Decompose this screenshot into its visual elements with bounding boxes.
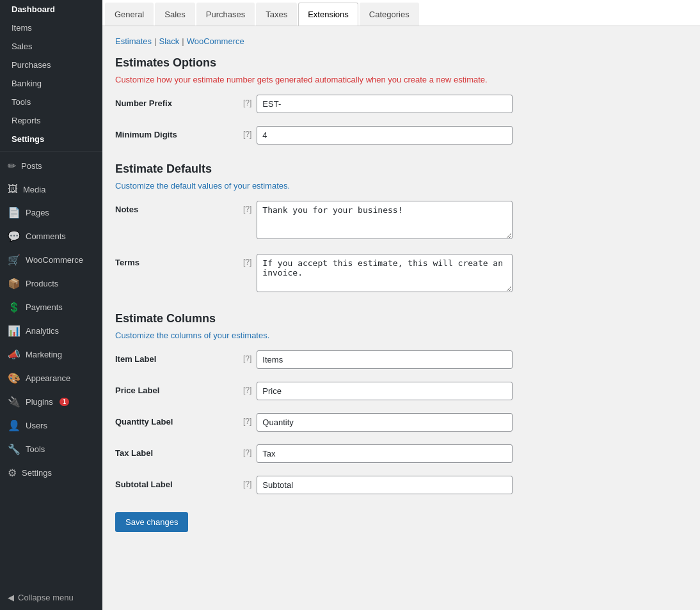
notes-label: Notes xyxy=(115,201,243,214)
number-prefix-help[interactable]: [?] xyxy=(243,95,251,107)
pages-icon: 📄 xyxy=(8,207,20,219)
products-icon: 📦 xyxy=(8,278,20,290)
tax-label-label: Tax Label xyxy=(115,444,243,458)
sidebar-item-posts[interactable]: ✏ Posts xyxy=(0,154,102,178)
sidebar-item-woocommerce[interactable]: 🛒 WooCommerce xyxy=(0,248,102,272)
subtotal-label-label: Subtotal Label xyxy=(115,476,243,489)
collapse-icon: ◀ xyxy=(8,593,14,602)
marketing-icon: 📣 xyxy=(8,348,20,361)
number-prefix-row: Number Prefix [?] xyxy=(115,95,687,113)
number-prefix-input[interactable] xyxy=(257,95,513,113)
tab-taxes[interactable]: Taxes xyxy=(256,3,297,26)
price-label-label: Price Label xyxy=(115,382,243,395)
posts-icon: ✏ xyxy=(8,160,16,172)
terms-help[interactable]: [?] xyxy=(243,254,251,267)
sidebar-item-users[interactable]: 👤 Users xyxy=(0,414,102,437)
minimum-digits-row: Minimum Digits [?] xyxy=(115,126,687,145)
collapse-label: Collapse menu xyxy=(18,593,74,602)
sidebar-item-appearance[interactable]: 🎨 Appearance xyxy=(0,366,102,390)
tab-extensions[interactable]: Extensions xyxy=(298,3,358,26)
terms-wrap: If you accept this estimate, this will c… xyxy=(257,254,513,294)
sidebar-item-comments[interactable]: 💬 Comments xyxy=(0,224,102,248)
notes-textarea[interactable]: Thank you for your business! xyxy=(257,201,513,239)
price-label-input[interactable] xyxy=(257,382,513,400)
sidebar-item-items[interactable]: Items xyxy=(0,19,102,37)
estimates-options-title: Estimates Options xyxy=(115,56,687,70)
sidebar-item-marketing[interactable]: 📣 Marketing xyxy=(0,343,102,366)
item-label-wrap xyxy=(257,350,513,369)
number-prefix-wrap xyxy=(257,95,513,113)
notes-wrap: Thank you for your business! xyxy=(257,201,513,241)
tax-label-row: Tax Label [?] xyxy=(115,444,687,463)
minimum-digits-help[interactable]: [?] xyxy=(243,126,251,139)
subtotal-label-input[interactable] xyxy=(257,476,513,494)
price-label-help[interactable]: [?] xyxy=(243,382,251,395)
terms-row: Terms [?] If you accept this estimate, t… xyxy=(115,254,687,294)
tax-label-input[interactable] xyxy=(257,444,513,463)
quantity-label-label: Quantity Label xyxy=(115,413,243,426)
terms-label: Terms xyxy=(115,254,243,267)
price-label-wrap xyxy=(257,382,513,400)
item-label-row: Item Label [?] xyxy=(115,350,687,369)
breadcrumb-estimates[interactable]: Estimates xyxy=(115,36,152,46)
users-icon: 👤 xyxy=(8,419,20,432)
subtotal-label-row: Subtotal Label [?] xyxy=(115,476,687,494)
sidebar-item-purchases[interactable]: Purchases xyxy=(0,56,102,74)
save-row: Save changes xyxy=(115,512,687,532)
sidebar-item-tools[interactable]: Tools xyxy=(0,93,102,111)
tab-categories[interactable]: Categories xyxy=(360,3,419,26)
notes-help[interactable]: [?] xyxy=(243,201,251,214)
quantity-label-input[interactable] xyxy=(257,413,513,432)
minimum-digits-label: Minimum Digits xyxy=(115,126,243,139)
minimum-digits-wrap xyxy=(257,126,513,145)
estimate-defaults-section: Estimate Defaults Customize the default … xyxy=(115,162,687,294)
plugins-icon: 🔌 xyxy=(8,396,20,408)
subtotal-label-help[interactable]: [?] xyxy=(243,476,251,489)
sidebar-item-products[interactable]: 📦 Products xyxy=(0,272,102,295)
analytics-icon: 📊 xyxy=(8,325,20,337)
breadcrumb-slack[interactable]: Slack xyxy=(159,36,179,46)
sidebar-item-sales[interactable]: Sales xyxy=(0,37,102,56)
sidebar-item-analytics[interactable]: 📊 Analytics xyxy=(0,319,102,343)
tax-label-help[interactable]: [?] xyxy=(243,444,251,457)
plugins-badge: 1 xyxy=(60,398,70,406)
item-label-help[interactable]: [?] xyxy=(243,350,251,363)
terms-textarea[interactable]: If you accept this estimate, this will c… xyxy=(257,254,513,292)
minimum-digits-input[interactable] xyxy=(257,126,513,145)
tools-icon: 🔧 xyxy=(8,443,20,455)
sidebar-item-dashboard[interactable]: Dashboard xyxy=(0,0,102,19)
sidebar-item-pages[interactable]: 📄 Pages xyxy=(0,201,102,224)
estimate-columns-title: Estimate Columns xyxy=(115,312,687,325)
comments-icon: 💬 xyxy=(8,230,20,242)
breadcrumb: Estimates | Slack | WooCommerce xyxy=(115,36,687,46)
sidebar-item-reports[interactable]: Reports xyxy=(0,111,102,130)
tab-sales[interactable]: Sales xyxy=(155,3,195,26)
sidebar-item-settings[interactable]: Settings xyxy=(0,130,102,148)
payments-icon: 💲 xyxy=(8,301,20,313)
sidebar-item-settings-wp[interactable]: ⚙ Settings xyxy=(0,461,102,485)
quantity-label-row: Quantity Label [?] xyxy=(115,413,687,432)
tab-purchases[interactable]: Purchases xyxy=(196,3,255,26)
item-label-label: Item Label xyxy=(115,350,243,364)
tab-general[interactable]: General xyxy=(105,3,154,26)
estimates-options-section: Estimates Options Customize how your est… xyxy=(115,56,687,145)
sidebar-item-banking[interactable]: Banking xyxy=(0,74,102,93)
estimate-columns-desc: Customize the columns of your estimates. xyxy=(115,331,687,340)
collapse-menu-button[interactable]: ◀ Collapse menu xyxy=(0,585,102,610)
tabs-bar: General Sales Purchases Taxes Extensions… xyxy=(102,0,700,26)
item-label-input[interactable] xyxy=(257,350,513,369)
sidebar-item-tools-wp[interactable]: 🔧 Tools xyxy=(0,437,102,461)
save-button[interactable]: Save changes xyxy=(115,512,188,532)
settings-icon: ⚙ xyxy=(8,467,17,479)
quantity-label-wrap xyxy=(257,413,513,432)
estimate-defaults-desc: Customize the default values of your est… xyxy=(115,181,687,191)
estimate-defaults-title: Estimate Defaults xyxy=(115,162,687,176)
breadcrumb-woocommerce[interactable]: WooCommerce xyxy=(187,36,244,46)
quantity-label-help[interactable]: [?] xyxy=(243,413,251,426)
sidebar-item-media[interactable]: 🖼 Media xyxy=(0,178,102,201)
tax-label-wrap xyxy=(257,444,513,463)
sidebar-item-payments[interactable]: 💲 Payments xyxy=(0,295,102,319)
sidebar-item-plugins[interactable]: 🔌 Plugins 1 xyxy=(0,390,102,414)
appearance-icon: 🎨 xyxy=(8,372,20,384)
estimate-columns-section: Estimate Columns Customize the columns o… xyxy=(115,312,687,494)
